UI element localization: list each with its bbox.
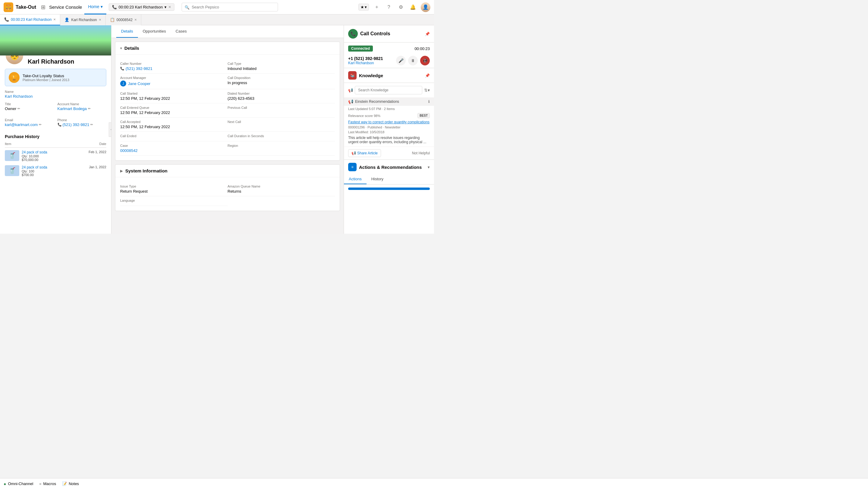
add-button[interactable]: ＋ <box>373 3 381 11</box>
case-value[interactable]: 00008542 <box>120 148 220 153</box>
name-value[interactable]: Karl Richardson <box>5 94 106 98</box>
issue-type-label: Issue Type <box>120 184 220 188</box>
relevance-label: Relevance score 98% <box>348 114 380 118</box>
center-panel: Details Opportunities Cases ▾ Details Ca… <box>112 25 344 234</box>
purchase-item-2-name[interactable]: 24 pack of soda <box>22 165 87 169</box>
top-nav-actions: ★ ▾ ＋ ? ⚙ 🔔 👤 <box>359 2 430 12</box>
person-icon: J <box>120 81 126 87</box>
email-value[interactable]: karl@karlmart.com <box>5 122 38 127</box>
contact-tab-close[interactable]: ✕ <box>99 18 101 21</box>
system-info-grid: Issue Type Return Request Amazon Queue N… <box>115 177 340 211</box>
notifications-button[interactable]: 🔔 <box>409 3 417 11</box>
call-tab-close[interactable]: ✕ <box>53 18 56 21</box>
share-label: Share Article <box>357 151 378 155</box>
region-field: Region <box>228 141 335 155</box>
banner-image <box>0 25 111 55</box>
einstein-info-icon[interactable]: ℹ <box>428 99 430 104</box>
purchase-item-2-qty: Qty: 100 <box>22 169 87 173</box>
grid-icon[interactable]: ⊞ <box>41 4 45 10</box>
tab-actions[interactable]: Actions <box>344 174 367 184</box>
phone-edit-icon[interactable]: ✏ <box>90 123 93 126</box>
call-started-value: 12:50 PM, 12 February 2022 <box>120 96 220 101</box>
article-link[interactable]: Fastest way to correct order quantity co… <box>344 119 434 125</box>
search-input[interactable] <box>182 3 278 11</box>
purchase-item-1-name[interactable]: 24 pack of soda <box>22 150 86 154</box>
actions-rec-chevron-icon[interactable]: ▾ <box>428 165 430 169</box>
case-tab-close[interactable]: ✕ <box>134 18 137 21</box>
tab-case[interactable]: 📋 00008542 ✕ <box>106 15 141 25</box>
amazon-queue-value: Returns <box>228 189 333 194</box>
email-field: Email karl@karlmart.com ✏ <box>5 118 54 127</box>
call-number-row: +1 (521) 392-9821 Karl Richardson 🎤 ⏸ 📵 <box>344 55 434 68</box>
home-nav-item[interactable]: Home ▾ <box>84 0 106 15</box>
account-manager-name[interactable]: Jane Cooper <box>128 81 150 86</box>
top-navigation: 🍔 Take-Out ⊞ Service Console Home ▾ 📞 00… <box>0 0 434 15</box>
share-article-button[interactable]: 📢 Share Article <box>348 149 381 157</box>
hold-button[interactable]: ⏸ <box>408 56 418 65</box>
article-desc: This article will help resolve issues re… <box>344 135 434 146</box>
call-contact-link[interactable]: Karl Richardson <box>348 61 383 65</box>
user-avatar[interactable]: 👤 <box>421 2 430 12</box>
issue-type-value: Return Request <box>120 189 220 194</box>
details-grid: Caller Number 📞 (521) 392-9821 Call Type… <box>115 55 340 161</box>
account-edit-icon[interactable]: ✏ <box>88 107 91 111</box>
knowledge-search-input[interactable] <box>355 86 422 94</box>
call-controls-title: Call Controls <box>360 31 390 36</box>
knowledge-title: 📚 Knowledge <box>348 71 383 80</box>
left-panel-collapse-btn[interactable]: ‹ <box>109 122 112 137</box>
tab-call[interactable]: 📞 00:00:23 Karl Richardson ✕ <box>0 15 60 25</box>
language-field: Language <box>120 196 228 206</box>
call-type-label: Call Type <box>228 62 333 65</box>
purchase-item-2-date: Jan 1, 2022 <box>89 165 106 169</box>
purchase-history-header: Item Date <box>5 142 106 148</box>
account-value[interactable]: Karlmart Bodega <box>58 107 87 111</box>
system-info-section-header[interactable]: ▶ System Information <box>115 165 340 177</box>
call-ended-field: Call Ended <box>120 132 228 141</box>
action-cta-bar[interactable] <box>348 188 430 190</box>
call-disposition-label: Call Disposition <box>228 76 333 80</box>
next-call-label: Next Call <box>228 120 333 124</box>
call-number-info: +1 (521) 392-9821 Karl Richardson <box>348 56 383 65</box>
purchase-item-2-details: 24 pack of soda Qty: 100 $700.00 <box>22 165 87 177</box>
tab-contact[interactable]: 👤 Karl Richardson ✕ <box>60 15 105 25</box>
tab-cases[interactable]: Cases <box>171 25 191 38</box>
title-value: Owner <box>5 107 16 111</box>
actions-rec-header: ≡ Actions & Recommendations ▾ <box>344 160 434 174</box>
details-chevron-icon: ▾ <box>120 46 122 50</box>
app-logo[interactable]: 🍔 Take-Out <box>4 2 36 12</box>
call-pill-close[interactable]: ✕ <box>168 5 171 9</box>
share-icon: 📢 <box>351 151 356 155</box>
help-button[interactable]: ? <box>384 3 393 11</box>
settings-button[interactable]: ⚙ <box>397 3 405 11</box>
end-call-button[interactable]: 📵 <box>420 56 430 65</box>
knowledge-title-text: Knowledge <box>359 73 383 78</box>
tab-opportunities[interactable]: Opportunities <box>138 25 171 38</box>
title-edit-icon[interactable]: ✏ <box>18 107 20 111</box>
favorites-button[interactable]: ★ ▾ <box>359 4 369 10</box>
caller-number-value[interactable]: (521) 392-9821 <box>126 66 152 71</box>
email-label: Email <box>5 118 54 122</box>
call-pill-chevron: ▾ <box>164 5 166 9</box>
logo-icon: 🍔 <box>4 2 13 12</box>
einstein-icon: 📢 <box>348 99 353 104</box>
not-helpful-button[interactable]: Not Helpful <box>412 151 430 155</box>
details-section: ▾ Details Caller Number 📞 (521) 392-9821… <box>115 41 340 161</box>
system-info-section-title: System Information <box>125 168 167 173</box>
tab-history[interactable]: History <box>367 174 388 184</box>
active-call-pill[interactable]: 📞 00:00:23 Karl Richardson ▾ ✕ <box>109 3 175 11</box>
email-edit-icon[interactable]: ✏ <box>39 123 41 126</box>
title-account-row: Title Owner ✏ Account Name Karlmart Bode… <box>5 102 106 115</box>
contact-banner <box>0 25 111 55</box>
caller-number-label: Caller Number <box>120 62 220 65</box>
details-section-header[interactable]: ▾ Details <box>115 42 340 55</box>
tab-details[interactable]: Details <box>116 25 138 38</box>
star-icon: ★ <box>361 5 364 9</box>
call-controls-pin-icon[interactable]: 📌 <box>425 32 430 36</box>
loyalty-icon: 🏆 <box>9 72 20 83</box>
phone-label: Phone <box>58 118 106 122</box>
mute-button[interactable]: 🎤 <box>396 56 406 65</box>
knowledge-sort-icon[interactable]: ⇅▾ <box>424 88 430 92</box>
knowledge-pin-icon[interactable]: 📌 <box>425 73 430 78</box>
phone-value[interactable]: (521) 392-9821 <box>63 122 89 127</box>
dialed-number-label: Dialed Number <box>228 92 333 95</box>
